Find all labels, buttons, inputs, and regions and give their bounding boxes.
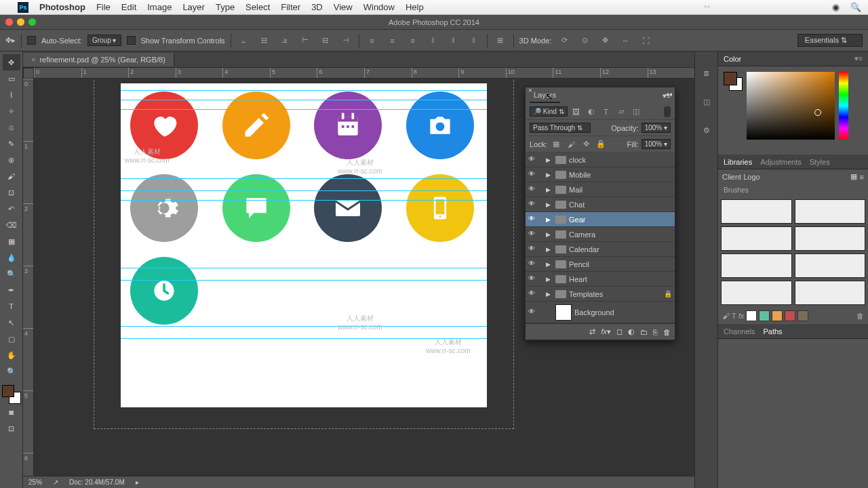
panel-menu-icon[interactable]: ▾≡ [854,54,863,63]
zoom-level[interactable]: 25% [28,479,42,486]
doc-tab[interactable]: ×refinement.psd @ 25% (Gear, RGB/8) [23,53,174,66]
filter-type-icon[interactable]: T [600,106,612,118]
zoom-button[interactable] [28,18,36,26]
brush-thumbnail[interactable] [721,253,792,278]
guide[interactable] [121,100,487,100]
layer-row[interactable]: 👁 ▶ Gear [526,212,675,227]
expand-icon[interactable]: ▶ [546,291,553,298]
filter-pixel-icon[interactable]: 🖼 [570,106,583,118]
adjustment-layer-icon[interactable]: ◐ [628,327,635,336]
fill-input[interactable]: 100% ▾ [642,139,671,149]
dist-right-icon[interactable]: ⦀ [467,33,481,48]
layer-filter-kind[interactable]: 🔎 Kind ⇅ [530,106,568,117]
align-hcenter-icon[interactable]: ⊟ [318,33,333,48]
panel-collapse-icon[interactable]: ◂◂ [665,90,672,98]
align-right-icon[interactable]: ⊣ [338,33,353,48]
dist-top-icon[interactable]: ≡ [365,33,380,48]
lock-all-icon[interactable]: 🔒 [595,138,607,150]
layer-row[interactable]: 👁 ▶ clock [526,152,675,167]
menu-file[interactable]: File [96,2,111,12]
dist-hcenter-icon[interactable]: ⦀ [446,33,461,48]
delete-lib-item-icon[interactable]: 🗑 [856,312,864,320]
filter-smart-icon[interactable]: ◫ [630,106,642,118]
brush-thumbnail[interactable] [721,199,792,224]
layer-row[interactable]: 👁 ▶ Heart [526,272,675,287]
dodge-tool[interactable]: 🔍 [3,266,20,282]
panel-close-icon[interactable]: × [528,87,532,94]
expand-icon[interactable]: ▶ [546,261,553,268]
visibility-icon[interactable]: 👁 [528,200,538,209]
expand-icon[interactable]: ▶ [546,186,553,193]
type-tool[interactable]: T [3,298,20,314]
layer-row[interactable]: 👁 ▶ Mobile [526,167,675,182]
lock-position-icon[interactable]: ✥ [580,138,592,150]
move-tool[interactable]: ✥ [3,54,20,70]
cc-sync-icon[interactable]: ◉ [832,2,840,12]
visibility-icon[interactable]: 👁 [528,185,538,195]
menu-view[interactable]: View [334,2,353,12]
menubar-app-name[interactable]: Photoshop [39,2,85,12]
visibility-icon[interactable]: 👁 [528,289,538,299]
opacity-input[interactable]: 100% ▾ [642,123,671,133]
guide[interactable] [121,178,487,179]
gradient-tool[interactable]: ▦ [3,233,20,249]
clone-stamp-tool[interactable]: ⊡ [3,184,20,201]
brush-thumbnail[interactable] [795,253,866,278]
visibility-icon[interactable]: 👁 [528,215,538,224]
dist-vcenter-icon[interactable]: ≡ [385,33,400,48]
3d-slide-icon[interactable]: ↔ [618,33,633,48]
expand-icon[interactable]: ▶ [546,157,553,163]
menu-layer[interactable]: Layer [182,2,205,12]
filter-shape-icon[interactable]: ▱ [615,106,627,118]
brush-thumbnail[interactable] [795,281,866,305]
magic-wand-tool[interactable]: ✧ [3,103,20,119]
align-top-icon[interactable]: ⫠ [237,33,252,48]
pen-tool[interactable]: ✒ [3,282,20,298]
expand-icon[interactable]: ▶ [546,231,553,238]
lock-pixels-icon[interactable]: 🖌 [565,138,577,150]
expand-icon[interactable]: ▶ [546,171,553,178]
layer-row[interactable]: 👁 ▶ Calendar [526,242,675,257]
grid-view-icon[interactable]: ▦ [850,172,857,181]
visibility-icon[interactable]: 👁 [528,274,538,284]
visibility-icon[interactable]: 👁 [528,260,538,269]
layer-row-background[interactable]: 👁 Background [526,302,675,323]
3d-scale-icon[interactable]: ⛶ [638,33,653,48]
blend-mode-dropdown[interactable]: Pass Through ⇅ [530,123,591,133]
layer-fx-icon[interactable]: fx▾ [601,327,611,336]
zoom-tool[interactable]: 🔍 [3,363,20,380]
channels-tab[interactable]: Channels [724,327,755,336]
3d-orbit-icon[interactable]: ⟳ [557,33,572,48]
dist-left-icon[interactable]: ⦀ [426,33,441,48]
guide[interactable] [121,338,487,339]
color-swatch[interactable] [724,72,743,91]
libraries-tab[interactable]: Libraries [724,158,752,166]
show-transform-checkbox[interactable] [127,36,136,45]
3d-roll-icon[interactable]: ⊙ [577,33,592,48]
new-layer-icon[interactable]: ⎘ [653,328,658,336]
menu-type[interactable]: Type [216,2,235,12]
dist-bottom-icon[interactable]: ≡ [406,33,420,48]
workspace-selector[interactable]: Essentials ⇅ [797,34,863,47]
expand-icon[interactable]: ▶ [546,276,553,283]
swatch-item[interactable] [772,310,783,321]
expand-icon[interactable]: ▶ [546,246,553,253]
hand-tool[interactable]: ✋ [3,347,20,363]
3d-pan-icon[interactable]: ✥ [597,33,612,48]
auto-align-icon[interactable]: ⊞ [493,33,508,48]
paths-tab[interactable]: Paths [763,327,782,336]
screen-mode-icon[interactable]: ⊡ [3,420,20,436]
add-text-icon[interactable]: T [732,312,736,320]
actions-panel-icon[interactable]: ⚙ [698,122,715,138]
library-dropdown[interactable]: Client Logo [722,173,848,181]
shape-tool[interactable]: ▢ [3,331,20,347]
menu-select[interactable]: Select [245,2,270,12]
layer-mask-icon[interactable]: ◻ [616,327,623,336]
menu-help[interactable]: Help [406,2,424,12]
history-panel-icon[interactable]: ≣ [698,65,715,81]
foreground-background-swatch[interactable] [2,385,21,404]
brush-thumbnail[interactable] [721,281,792,305]
brush-thumbnail[interactable] [795,226,866,251]
healing-brush-tool[interactable]: ⊛ [3,152,20,168]
close-button[interactable] [5,18,13,26]
